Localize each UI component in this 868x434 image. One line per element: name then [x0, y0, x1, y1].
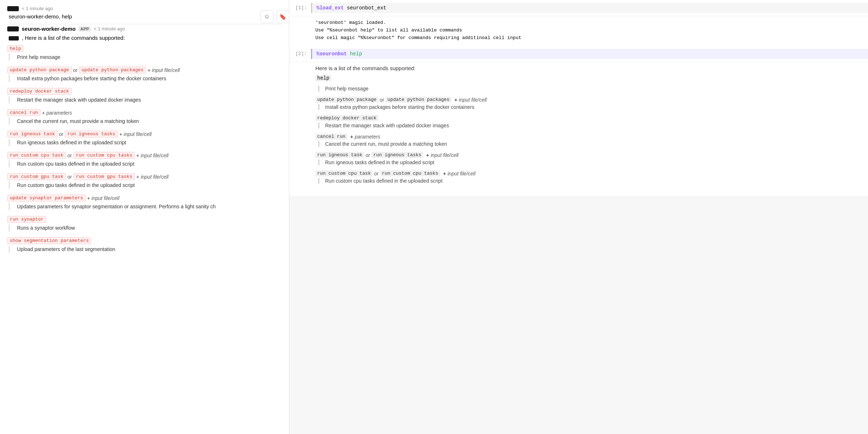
- nb-desc-update-python: Install extra python packages before sta…: [318, 104, 842, 110]
- cell-output-1: 'seuronbot' magic loaded. Use "%seuronbo…: [289, 16, 868, 46]
- cmd-desc-cancel-run: Cancel the current run, must provide a m…: [9, 118, 282, 125]
- nb-or-update-python: or: [380, 97, 384, 103]
- suffix-gpu: input file/cell: [141, 174, 169, 180]
- cmd-desc-run-synaptor: Runs a synaptor workflow: [9, 224, 282, 231]
- nb-code-cancel-run: cancel run: [315, 133, 347, 140]
- nb-desc-cpu: Run custom cpu tasks defined in the uplo…: [318, 178, 842, 184]
- or-text-cpu: or: [67, 153, 72, 158]
- code-tag-help: help: [7, 45, 24, 52]
- cmd-desc-synaptor-params: Updates parameters for synaptor segmenta…: [9, 203, 282, 210]
- cmd-block-synaptor-params: update synaptor parameters + input file/…: [7, 195, 282, 210]
- plus-text-synaptor-params: +: [87, 195, 90, 201]
- cell-input-2[interactable]: %seuronbot help: [311, 49, 868, 59]
- nb-desc-help: Print help message: [318, 86, 842, 92]
- cmd-line-cpu: run custom cpu task or run custom cpu ta…: [7, 152, 282, 159]
- bot-intro-text: , Here is a list of the commands support…: [7, 35, 282, 41]
- suffix-cpu: input file/cell: [141, 153, 169, 158]
- nb-desc-igneous: Run igneous tasks defined in the uploade…: [318, 159, 842, 165]
- plus-text: +: [148, 67, 150, 73]
- cell-input-row-1: [1]: %load_ext seuronbot_ext: [289, 0, 868, 16]
- nb-code-update-python-package: update python package: [315, 97, 378, 103]
- nb-plus-cancel-run: +: [350, 133, 353, 140]
- user-timestamp: < 1 minute ago: [22, 6, 53, 11]
- cmd-desc-redeploy: Restart the manager stack with updated d…: [9, 96, 282, 103]
- cmd-line-redeploy: redeploy docker stack: [7, 88, 282, 95]
- cmd-line-igneous: run igneous task or run igneous tasks + …: [7, 131, 282, 137]
- cmd-line-gpu: run custom gpu task or run custom gpu ta…: [7, 173, 282, 180]
- avatar: [7, 6, 19, 11]
- cmd-block-run-synaptor: run synaptor Runs a synaptor workflow: [7, 216, 282, 231]
- nb-output-intro: Here is a list of the commands supported…: [315, 65, 842, 71]
- plus-text-igneous: +: [119, 131, 122, 137]
- cmd-line-update-python: update python package or update python p…: [7, 67, 282, 73]
- nb-plus-update-python: +: [454, 97, 458, 103]
- divider: [7, 24, 282, 24]
- cmd-block-help: help Print help message: [7, 45, 282, 61]
- cmd-line-show-seg-params: show segmentation parameters: [7, 237, 282, 244]
- chat-panel: < 1 minute ago seuron-worker-demo, help …: [0, 0, 289, 434]
- notebook-cell-2: [2]: %seuronbot help Here is a list of t…: [289, 46, 868, 196]
- bot-username: seuron-worker-demo: [22, 26, 76, 32]
- cell-input-1[interactable]: %load_ext seuronbot_ext: [311, 3, 868, 13]
- cmd-block-gpu: run custom gpu task or run custom gpu ta…: [7, 173, 282, 189]
- nb-cmd-update-python: update python package or update python p…: [315, 97, 842, 110]
- cmd-block-update-python: update python package or update python p…: [7, 67, 282, 82]
- cmd-block-igneous: run igneous task or run igneous tasks + …: [7, 131, 282, 146]
- emoji-icon: ☺: [264, 13, 270, 20]
- nb-plus-igneous: +: [426, 152, 429, 158]
- cell-output-2: Here is a list of the commands supported…: [289, 62, 868, 196]
- code-tag-cpu-task: run custom cpu task: [7, 152, 66, 159]
- code-tag-igneous-tasks: run igneous tasks: [65, 131, 118, 137]
- bookmark-button[interactable]: 🔖: [276, 10, 289, 23]
- nb-cmd-line-igneous: run igneous task or run igneous tasks + …: [315, 152, 842, 158]
- cmd-desc-show-seg-params: Upload parameters of the last segmentati…: [9, 246, 282, 253]
- or-text: or: [73, 67, 77, 73]
- nb-code-cpu-task: run custom cpu task: [315, 170, 373, 176]
- cell-keyword-1: %load_ext: [316, 5, 344, 11]
- nb-suffix-igneous: input file/cell: [431, 152, 459, 158]
- nb-cmd-line-cancel-run: cancel run + parameters: [315, 133, 842, 140]
- nb-desc-cancel-run: Cancel the current run, must provide a m…: [318, 141, 842, 147]
- nb-cmd-line-help: help: [315, 75, 842, 84]
- nb-plus-cpu: +: [443, 170, 446, 176]
- nb-cmd-line-update-python: update python package or update python p…: [315, 97, 842, 103]
- code-tag-run-synaptor: run synaptor: [7, 216, 46, 223]
- cmd-desc-update-python: Install extra python packages before sta…: [9, 75, 282, 82]
- cell-number-1: [1]:: [289, 3, 311, 10]
- cell-input-row-2: [2]: %seuronbot help: [289, 46, 868, 62]
- plus-text-cpu: +: [136, 153, 139, 158]
- cmd-desc-igneous: Run igneous tasks defined in the uploade…: [9, 139, 282, 146]
- bot-message-header: seuron-worker-demo APP < 1 minute ago: [7, 26, 282, 32]
- nb-cmd-line-redeploy: redeploy docker stack: [315, 115, 842, 121]
- cmd-line-synaptor-params: update synaptor parameters + input file/…: [7, 195, 282, 201]
- cell-number-2: [2]:: [289, 49, 311, 56]
- nb-or-igneous: or: [366, 152, 370, 158]
- cell-arg-1: seuronbot_ext: [347, 5, 386, 11]
- nb-cmd-cancel-run: cancel run + parameters Cancel the curre…: [315, 133, 842, 147]
- cmd-line: help: [7, 45, 282, 52]
- nb-cmd-help: help Print help message: [315, 75, 842, 92]
- nb-or-cpu: or: [374, 171, 378, 176]
- notebook-panel: [1]: %load_ext seuronbot_ext 'seuronbot'…: [289, 0, 868, 434]
- cmd-desc-gpu: Run custom gpu tasks defined in the uplo…: [9, 182, 282, 189]
- cmd-block-cancel-run: cancel run + parameters Cancel the curre…: [7, 109, 282, 125]
- nb-code-igneous-tasks: run igneous tasks: [371, 152, 423, 158]
- plus-text-gpu: +: [136, 174, 139, 180]
- cmd-block-redeploy: redeploy docker stack Restart the manage…: [7, 88, 282, 103]
- cmd-line-cancel-run: cancel run + parameters: [7, 109, 282, 116]
- emoji-reaction-button[interactable]: ☺: [260, 10, 273, 23]
- cmd-line-run-synaptor: run synaptor: [7, 216, 282, 223]
- cell-keyword-2: %seuronbot: [316, 51, 347, 57]
- code-tag-igneous-task: run igneous task: [7, 131, 58, 137]
- code-tag-gpu-tasks: run custom gpu tasks: [73, 173, 135, 180]
- cmd-block-cpu: run custom cpu task or run custom cpu ta…: [7, 152, 282, 167]
- nb-cmd-igneous: run igneous task or run igneous tasks + …: [315, 152, 842, 165]
- app-badge: APP: [78, 26, 91, 31]
- nb-cmd-cpu: run custom cpu task or run custom cpu ta…: [315, 170, 842, 184]
- code-tag-update-python-packages: update python packages: [79, 67, 146, 73]
- nb-code-igneous-task: run igneous task: [315, 152, 364, 158]
- suffix-cancel: parameters: [46, 110, 72, 116]
- cell-arg-2: help: [350, 51, 362, 57]
- suffix-text: input file/cell: [152, 67, 180, 73]
- user-message-header: < 1 minute ago: [7, 6, 282, 11]
